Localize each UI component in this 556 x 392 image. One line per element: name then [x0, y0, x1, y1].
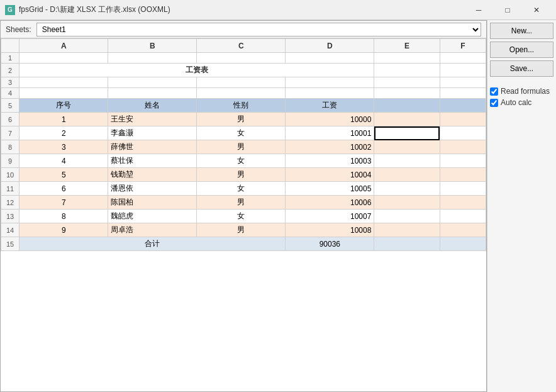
cell-c6[interactable]: 男 — [197, 113, 286, 126]
cell-f4[interactable] — [440, 88, 486, 99]
cell-d1[interactable] — [286, 53, 374, 64]
cell-f14[interactable] — [440, 223, 486, 237]
cell-total-label[interactable]: 合计 — [19, 237, 286, 251]
cell-d6[interactable]: 10000 — [286, 113, 374, 126]
cell-a4[interactable] — [19, 88, 108, 99]
cell-c13[interactable]: 女 — [197, 210, 286, 223]
cell-a12[interactable]: 7 — [19, 196, 108, 210]
cell-e8[interactable] — [374, 140, 440, 154]
cell-a13[interactable]: 8 — [19, 210, 108, 223]
cell-c8[interactable]: 男 — [197, 140, 286, 154]
cell-c7[interactable]: 女 — [197, 126, 286, 140]
cell-d14[interactable]: 10008 — [286, 223, 374, 237]
cell-b9[interactable]: 蔡壮保 — [108, 154, 197, 168]
cell-e6[interactable] — [374, 113, 440, 126]
cell-f7[interactable] — [440, 126, 486, 140]
col-header-d: D — [286, 39, 374, 53]
cell-e5[interactable] — [374, 99, 440, 113]
cell-header-name[interactable]: 姓名 — [108, 99, 197, 113]
cell-c1[interactable] — [197, 53, 286, 64]
cell-a10[interactable]: 5 — [19, 168, 108, 182]
cell-b11[interactable]: 潘恩依 — [108, 182, 197, 196]
cell-e9[interactable] — [374, 154, 440, 168]
cell-d13[interactable]: 10007 — [286, 210, 374, 223]
cell-e12[interactable] — [374, 196, 440, 210]
cell-f10[interactable] — [440, 168, 486, 182]
cell-d8[interactable]: 10002 — [286, 140, 374, 154]
cell-total-f[interactable] — [440, 237, 486, 251]
sheet-dropdown[interactable]: Sheet1 — [36, 23, 481, 36]
cell-title[interactable]: 工资表 — [19, 64, 374, 77]
save-button[interactable]: Save... — [490, 60, 553, 77]
open-button[interactable]: Open... — [490, 42, 553, 58]
read-formulas-row[interactable]: Read formulas — [490, 87, 553, 96]
cell-d4[interactable] — [286, 88, 374, 99]
auto-calc-row[interactable]: Auto calc — [490, 98, 553, 107]
cell-f5[interactable] — [440, 99, 486, 113]
cell-c11[interactable]: 女 — [197, 182, 286, 196]
cell-e4[interactable] — [374, 88, 440, 99]
cell-e11[interactable] — [374, 182, 440, 196]
cell-c12[interactable]: 男 — [197, 196, 286, 210]
cell-a8[interactable]: 3 — [19, 140, 108, 154]
cell-e3[interactable] — [374, 77, 440, 88]
cell-d3[interactable] — [286, 77, 374, 88]
cell-e1[interactable] — [374, 53, 440, 64]
cell-b8[interactable]: 薛佛世 — [108, 140, 197, 154]
cell-e13[interactable] — [374, 210, 440, 223]
cell-c3[interactable] — [197, 77, 286, 88]
cell-header-gender[interactable]: 性别 — [197, 99, 286, 113]
cell-f9[interactable] — [440, 154, 486, 168]
cell-b10[interactable]: 钱勤堃 — [108, 168, 197, 182]
cell-b13[interactable]: 魏皑虎 — [108, 210, 197, 223]
cell-f6[interactable] — [440, 113, 486, 126]
cell-f11[interactable] — [440, 182, 486, 196]
cell-total-e[interactable] — [374, 237, 440, 251]
cell-d11[interactable]: 10005 — [286, 182, 374, 196]
cell-a14[interactable]: 9 — [19, 223, 108, 237]
cell-f1[interactable] — [440, 53, 486, 64]
cell-b6[interactable]: 王生安 — [108, 113, 197, 126]
read-formulas-checkbox[interactable] — [490, 87, 498, 96]
cell-f12[interactable] — [440, 196, 486, 210]
cell-c9[interactable]: 女 — [197, 154, 286, 168]
cell-f3[interactable] — [440, 77, 486, 88]
cell-c14[interactable]: 男 — [197, 223, 286, 237]
cell-a11[interactable]: 6 — [19, 182, 108, 196]
cell-d12[interactable]: 10006 — [286, 196, 374, 210]
grid-container[interactable]: A B C D E F 1 — [1, 38, 486, 391]
cell-b4[interactable] — [108, 88, 197, 99]
new-button[interactable]: New... — [490, 23, 553, 39]
cell-e14[interactable] — [374, 223, 440, 237]
cell-header-salary[interactable]: 工资 — [286, 99, 374, 113]
cell-c4[interactable] — [197, 88, 286, 99]
maximize-button[interactable]: □ — [493, 0, 522, 20]
cell-a6[interactable]: 1 — [19, 113, 108, 126]
cell-b14[interactable]: 周卓浩 — [108, 223, 197, 237]
cell-b12[interactable]: 陈国柏 — [108, 196, 197, 210]
cell-e7[interactable] — [374, 126, 440, 140]
cell-d10[interactable]: 10004 — [286, 168, 374, 182]
cell-b3[interactable] — [108, 77, 197, 88]
auto-calc-checkbox[interactable] — [490, 99, 498, 107]
close-button[interactable]: ✕ — [522, 0, 551, 20]
cell-c10[interactable]: 男 — [197, 168, 286, 182]
cell-header-seqno[interactable]: 序号 — [19, 99, 108, 113]
cell-a1[interactable] — [19, 53, 108, 64]
minimize-button[interactable]: ─ — [464, 0, 493, 20]
cell-f8[interactable] — [440, 140, 486, 154]
cell-total-value[interactable]: 90036 — [286, 237, 374, 251]
cell-b7[interactable]: 李鑫灏 — [108, 126, 197, 140]
cell-d9[interactable]: 10003 — [286, 154, 374, 168]
table-row: 94蔡壮保女10003 — [1, 154, 486, 168]
cell-a7[interactable]: 2 — [19, 126, 108, 140]
cell-a9[interactable]: 4 — [19, 154, 108, 168]
cell-d7[interactable]: 10001 — [286, 126, 374, 140]
cell-f2[interactable] — [440, 64, 486, 77]
auto-calc-label: Auto calc — [501, 98, 531, 107]
cell-b1[interactable] — [108, 53, 197, 64]
cell-f13[interactable] — [440, 210, 486, 223]
cell-e2[interactable] — [374, 64, 440, 77]
cell-e10[interactable] — [374, 168, 440, 182]
cell-a3[interactable] — [19, 77, 108, 88]
